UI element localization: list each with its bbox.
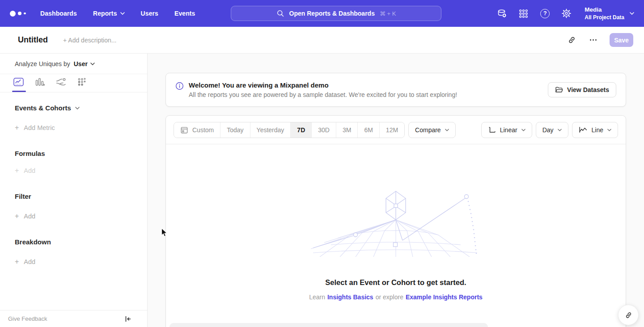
chevron-down-icon [521, 129, 525, 131]
give-feedback-link[interactable]: Give Feedback [8, 315, 47, 322]
report-card: Custom Today Yesterday 7D 30D 3M 6M 12M … [165, 115, 626, 327]
add-formula-button[interactable]: + Add [15, 167, 132, 175]
empty-state-illustration [311, 190, 481, 257]
query-builder-sidebar: Analyze Uniques by User [0, 54, 148, 327]
project-scope: All Project Data [585, 14, 624, 21]
add-breakdown-button[interactable]: + Add [15, 258, 132, 266]
search-shortcut: ⌘ + K [380, 10, 396, 17]
formulas-heading: Formulas [15, 150, 132, 157]
sidebar-footer: Give Feedback [0, 310, 147, 327]
banner-title: Welcome! You are viewing a Mixpanel demo [189, 81, 457, 89]
apps-grid-icon[interactable] [518, 8, 529, 19]
nav-right-cluster: ? Media All Project Data [497, 0, 634, 27]
search-placeholder: Open Reports & Dashboards [289, 10, 375, 17]
project-switcher[interactable]: Media All Project Data [585, 6, 634, 21]
chevron-down-icon [75, 107, 80, 109]
date-range-today[interactable]: Today [220, 122, 250, 138]
collapse-left-icon [124, 315, 132, 323]
tab-bar-chart[interactable] [35, 78, 45, 92]
interval-dropdown[interactable]: Day [536, 122, 568, 138]
nav-item-dashboards[interactable]: Dashboards [40, 10, 77, 17]
tab-metrics-grid[interactable] [77, 78, 87, 92]
example-reports-link[interactable]: Example Insights Reports [406, 293, 483, 301]
chevron-down-icon [90, 63, 95, 65]
events-cohorts-header[interactable]: Events & Cohorts [15, 104, 132, 112]
filter-heading: Filter [15, 193, 132, 200]
demo-banner: Welcome! You are viewing a Mixpanel demo… [165, 73, 626, 107]
save-button[interactable]: Save [610, 33, 633, 47]
view-datasets-button[interactable]: View Datasets [548, 82, 616, 97]
date-range-3m[interactable]: 3M [336, 122, 357, 138]
share-link-floating-button[interactable] [618, 305, 639, 325]
project-name: Media [585, 6, 624, 14]
collapse-sidebar-button[interactable] [123, 314, 133, 324]
nav-item-events[interactable]: Events [174, 10, 195, 17]
help-icon[interactable]: ? [540, 8, 550, 19]
link-icon [567, 35, 576, 45]
compare-dropdown[interactable]: Compare [408, 122, 456, 138]
add-metric-button[interactable]: + Add Metric [15, 124, 132, 132]
calendar-icon [180, 126, 188, 134]
search-icon [276, 9, 284, 17]
chart-toolbar: Custom Today Yesterday 7D 30D 3M 6M 12M … [166, 116, 626, 144]
empty-state-title: Select an Event or Cohort to get started… [166, 278, 626, 287]
chevron-down-icon [630, 12, 634, 15]
banner-subtitle: All the reports you see are powered by a… [189, 91, 457, 98]
tab-line-chart[interactable] [13, 78, 24, 92]
dots-grid-icon [77, 78, 87, 86]
info-icon [175, 82, 184, 92]
nav-item-reports[interactable]: Reports [93, 10, 125, 17]
link-icon [624, 311, 633, 319]
report-canvas: Welcome! You are viewing a Mixpanel demo… [148, 54, 644, 327]
copy-link-button[interactable] [567, 35, 576, 45]
analyze-by-label: Analyze Uniques by [15, 60, 70, 67]
insights-basics-link[interactable]: Insights Basics [327, 293, 373, 301]
scale-dropdown[interactable]: Linear [481, 122, 532, 138]
bar-chart-icon [35, 78, 45, 86]
date-range-yesterday[interactable]: Yesterday [250, 122, 291, 138]
plus-icon: + [15, 124, 19, 132]
chart-type-dropdown[interactable]: Line [572, 122, 618, 138]
date-range-6m[interactable]: 6M [357, 122, 379, 138]
visualization-tabs [0, 74, 147, 92]
chevron-down-icon [445, 129, 449, 131]
report-title[interactable]: Untitled [18, 35, 48, 45]
plus-icon: + [15, 167, 19, 175]
nav-item-users[interactable]: Users [141, 10, 158, 17]
date-range-12m[interactable]: 12M [379, 122, 404, 138]
date-range-custom[interactable]: Custom [174, 122, 220, 138]
ellipsis-icon [589, 36, 597, 44]
top-nav: Dashboards Reports Users Events Open Rep… [0, 0, 644, 27]
line-type-icon [579, 126, 588, 134]
plus-icon: + [15, 258, 19, 266]
global-search-input[interactable]: Open Reports & Dashboards ⌘ + K [231, 6, 441, 21]
add-filter-button[interactable]: + Add [15, 212, 132, 220]
more-options-button[interactable] [588, 35, 598, 45]
settings-gear-icon[interactable] [561, 8, 572, 19]
empty-state: Select an Event or Cohort to get started… [166, 190, 626, 301]
chevron-down-icon [558, 129, 562, 131]
line-chart-icon [13, 78, 24, 86]
analyze-by-dropdown[interactable]: User [74, 60, 95, 67]
chevron-down-icon [607, 129, 611, 131]
breakdown-heading: Breakdown [15, 238, 132, 246]
date-range-7d[interactable]: 7D [290, 122, 311, 138]
axis-scale-icon [488, 126, 496, 134]
date-range-control: Custom Today Yesterday 7D 30D 3M 6M 12M [174, 122, 405, 138]
report-header: Untitled + Add description... Save [0, 27, 644, 54]
collapsed-table-bar[interactable] [169, 323, 488, 327]
add-description-field[interactable]: + Add description... [63, 37, 116, 44]
mixpanel-logo-icon[interactable] [10, 11, 27, 17]
chevron-down-icon [120, 12, 125, 15]
folder-icon [555, 86, 563, 94]
primary-nav: Dashboards Reports Users Events [40, 10, 195, 17]
data-management-icon[interactable] [497, 8, 507, 19]
analyze-by-row: Analyze Uniques by User [0, 54, 147, 74]
tab-flow[interactable] [56, 78, 66, 92]
date-range-30d[interactable]: 30D [311, 122, 336, 138]
empty-state-subtitle: Learn Insights Basics or explore Example… [166, 293, 626, 301]
flow-icon [56, 78, 66, 86]
plus-icon: + [15, 212, 19, 220]
